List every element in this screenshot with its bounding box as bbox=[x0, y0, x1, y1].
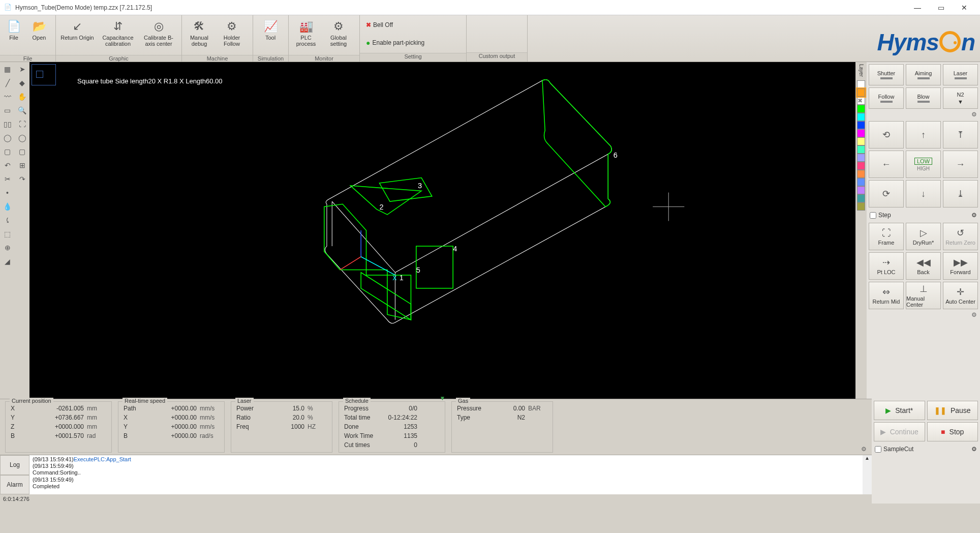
maximize-button[interactable]: ▭ bbox=[929, 0, 953, 15]
tool-button[interactable]: 📈Tool bbox=[254, 17, 287, 53]
mirror-tool[interactable]: ▯▯ bbox=[0, 117, 15, 131]
cut-tool[interactable]: ✂ bbox=[0, 172, 15, 186]
viewport[interactable]: Square tube Side length20 X R1.8 X Lengt… bbox=[29, 62, 855, 399]
jog-up-button[interactable]: ↑ bbox=[906, 121, 941, 149]
layer-swatch[interactable] bbox=[857, 202, 865, 211]
return-zero-button[interactable]: ↺Return Zero bbox=[943, 223, 978, 250]
laser-button[interactable]: Laser bbox=[943, 64, 978, 85]
angle-tool[interactable]: ◢ bbox=[0, 254, 15, 268]
start-button[interactable]: ▶Start* bbox=[874, 401, 925, 420]
layer-swatch[interactable]: ✔ bbox=[857, 88, 865, 97]
thumbnail[interactable] bbox=[32, 64, 56, 85]
select-tool[interactable]: ⬚ bbox=[0, 227, 15, 241]
speed-toggle-button[interactable]: LOWHIGH bbox=[906, 151, 941, 178]
auto-center-button[interactable]: ✛Auto Center bbox=[943, 282, 978, 309]
layer-swatch[interactable] bbox=[857, 145, 865, 154]
layer-swatch[interactable] bbox=[857, 137, 865, 145]
frame-button[interactable]: ⛶Frame bbox=[869, 223, 904, 250]
dryrun-button[interactable]: ▷DryRun* bbox=[906, 223, 941, 250]
follow-button[interactable]: Follow bbox=[869, 87, 904, 109]
layer-swatch[interactable] bbox=[857, 186, 865, 194]
step-checkbox[interactable] bbox=[870, 212, 876, 219]
layer-swatch[interactable]: ✖ bbox=[857, 97, 865, 105]
rect-tool[interactable]: ▭ bbox=[0, 103, 15, 117]
return-origin-button[interactable]: ↙Return Origin bbox=[57, 17, 98, 53]
undo-tool[interactable]: ↶ bbox=[0, 158, 15, 172]
manual-debug-button[interactable]: 🛠Manual debug bbox=[183, 17, 216, 53]
gear-icon[interactable]: ⚙ bbox=[971, 111, 977, 119]
return-mid-button[interactable]: ⇔Return Mid bbox=[869, 282, 904, 309]
pt-loc-button[interactable]: ⇢Pt LOC bbox=[869, 252, 904, 280]
blow-button[interactable]: Blow bbox=[906, 87, 941, 109]
target-icon: ◎ bbox=[151, 19, 166, 34]
global-setting-button[interactable]: ⚙Global setting bbox=[322, 17, 355, 53]
center-tool[interactable]: ⊕ bbox=[0, 241, 15, 254]
layer-swatch[interactable] bbox=[857, 129, 865, 137]
layer-swatch[interactable] bbox=[857, 178, 865, 186]
close-button[interactable]: ✕ bbox=[953, 0, 976, 15]
aiming-button[interactable]: Aiming bbox=[906, 64, 941, 85]
layer-swatch[interactable] bbox=[857, 162, 865, 170]
layer-swatch[interactable] bbox=[857, 80, 865, 88]
fit-tool[interactable]: ⛶ bbox=[15, 117, 29, 131]
layer-swatch[interactable] bbox=[857, 105, 865, 113]
zoom-tool[interactable]: 🔍 bbox=[15, 103, 29, 117]
redo-tool[interactable]: ↷ bbox=[15, 172, 29, 186]
stop-button[interactable]: ■Stop bbox=[927, 422, 978, 441]
circle-tool[interactable]: ◯ bbox=[0, 131, 15, 144]
minimize-button[interactable]: — bbox=[906, 0, 929, 15]
jog-right-button[interactable]: → bbox=[943, 151, 978, 178]
alarm-tab[interactable]: Alarm bbox=[0, 475, 29, 495]
pause-button[interactable]: ❚❚Pause bbox=[927, 401, 978, 420]
back-button[interactable]: ◀◀Back bbox=[906, 252, 941, 280]
point-tool[interactable]: • bbox=[0, 186, 15, 199]
holder-follow-button[interactable]: ⚙Holder Follow bbox=[216, 17, 248, 53]
jog-ccw-button[interactable]: ⟲ bbox=[869, 121, 904, 149]
file-button[interactable]: 📄File bbox=[1, 17, 26, 53]
ellipse-tool[interactable]: ◯ bbox=[15, 131, 29, 144]
bell-off-toggle[interactable]: ✖Bell Off bbox=[361, 17, 398, 33]
part-picking-toggle[interactable]: ●Enable part-picking bbox=[361, 35, 430, 51]
layer-swatch[interactable] bbox=[857, 121, 865, 129]
slider-marker[interactable]: ▼ bbox=[440, 395, 446, 402]
canvas-label-1: 1 bbox=[400, 274, 404, 282]
pointer-tool[interactable]: ➤ bbox=[15, 62, 29, 76]
continue-button[interactable]: ▶Continue bbox=[874, 422, 925, 441]
square-tool[interactable]: ▢ bbox=[15, 144, 29, 158]
grid-tool[interactable]: ▦ bbox=[0, 62, 15, 76]
manual-center-button[interactable]: ⊥Manual Center bbox=[906, 282, 941, 309]
open-button[interactable]: 📂Open bbox=[26, 17, 52, 53]
jog-left-button[interactable]: ← bbox=[869, 151, 904, 178]
jog-zup-button[interactable]: ⤒ bbox=[943, 121, 978, 149]
log-tab[interactable]: Log bbox=[0, 455, 29, 475]
regen-tool[interactable]: ▢ bbox=[0, 144, 15, 158]
arc-tool[interactable]: ⤹ bbox=[0, 213, 15, 227]
layer-swatch[interactable] bbox=[857, 194, 865, 202]
node-tool[interactable]: ◆ bbox=[15, 76, 29, 90]
line-tool[interactable]: ╱ bbox=[0, 76, 15, 90]
jog-down-button[interactable]: ↓ bbox=[906, 180, 941, 208]
log-content[interactable]: (09/13 15:59:41)ExecutePLC:App_Start(09/… bbox=[29, 455, 863, 494]
gas-select-button[interactable]: N2▼ bbox=[943, 87, 978, 109]
jog-cw-button[interactable]: ⟳ bbox=[869, 180, 904, 208]
calibrate-b-button[interactable]: ◎Calibrate B-axis center bbox=[138, 17, 179, 53]
drop-tool[interactable]: 💧 bbox=[0, 199, 15, 213]
gear-icon[interactable]: ⚙ bbox=[971, 212, 977, 219]
layer-swatch[interactable] bbox=[857, 170, 865, 178]
cap-calibration-button[interactable]: ⇵Capacitance calibration bbox=[98, 17, 138, 53]
layer-swatch[interactable] bbox=[857, 113, 865, 121]
spline-tool[interactable]: 〰 bbox=[0, 90, 15, 103]
plc-process-button[interactable]: 🏭PLC process bbox=[290, 17, 322, 53]
array-tool[interactable]: ⊞ bbox=[15, 158, 29, 172]
forward-button[interactable]: ▶▶Forward bbox=[943, 252, 978, 280]
gear-icon[interactable]: ⚙ bbox=[971, 446, 977, 453]
gear-icon[interactable]: ⚙ bbox=[971, 311, 977, 319]
shutter-button[interactable]: Shutter bbox=[869, 64, 904, 85]
gear-icon[interactable]: ⚙ bbox=[861, 446, 867, 453]
samplecut-checkbox[interactable] bbox=[875, 446, 881, 453]
status-row: TypeN2 bbox=[457, 413, 547, 422]
jog-zdown-button[interactable]: ⤓ bbox=[943, 180, 978, 208]
scrollbar[interactable]: ▲ bbox=[863, 455, 872, 494]
layer-swatch[interactable] bbox=[857, 154, 865, 162]
pan-tool[interactable]: ✋ bbox=[15, 90, 29, 103]
